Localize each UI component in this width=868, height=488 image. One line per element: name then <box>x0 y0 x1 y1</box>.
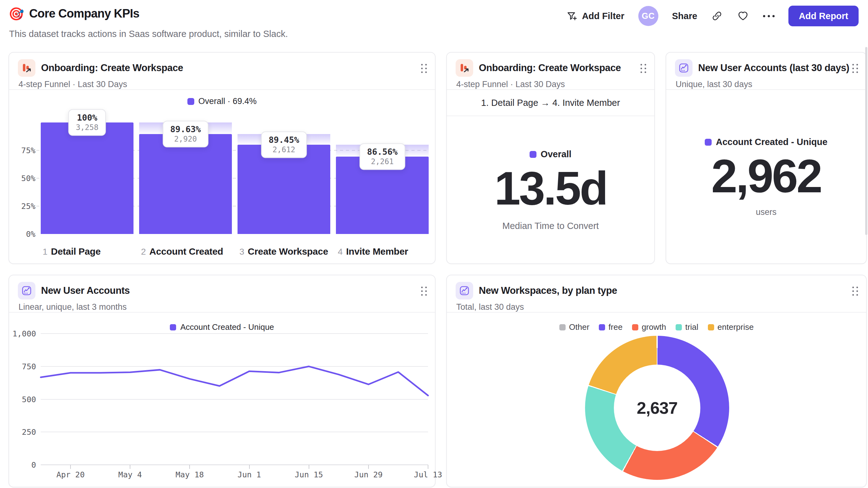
add-report-button[interactable]: Add Report <box>788 6 859 26</box>
funnel-tooltip: 86.56%2,261 <box>360 143 405 170</box>
share-button[interactable]: Share <box>672 11 698 21</box>
legend-item-enterprise[interactable]: enterprise <box>708 322 754 332</box>
card-title: Onboarding: Create Workspace <box>479 62 621 74</box>
funnel-bar[interactable] <box>238 145 330 234</box>
tooltip-count: 2,261 <box>367 157 398 166</box>
trend-line-series[interactable] <box>41 333 428 465</box>
step-name: Create Workspace <box>248 246 328 257</box>
tooltip-percent: 89.45% <box>269 135 299 144</box>
donut-hole: 2,637 <box>614 365 700 451</box>
funnel-chart-icon <box>456 59 473 77</box>
ellipsis-icon <box>763 15 775 17</box>
tooltip-percent: 86.56% <box>367 147 398 156</box>
funnel-legend[interactable]: Overall · 69.4% <box>9 96 435 106</box>
funnel-chart: 100%3,25889.63%2,92089.45%2,61286.56%2,2… <box>41 123 429 234</box>
add-filter-button[interactable]: Add Filter <box>566 10 624 22</box>
drag-handle-icon[interactable] <box>852 64 858 73</box>
card-header: Onboarding: Create Workspace 4-step Funn… <box>447 53 654 90</box>
legend-label: Other <box>569 322 589 332</box>
more-options-button[interactable] <box>763 15 775 17</box>
x-tick-label: Jun 1 <box>238 470 261 479</box>
card-median-time: Onboarding: Create Workspace 4-step Funn… <box>446 52 655 264</box>
median-body: Overall 13.5d Median Time to Convert <box>447 117 654 263</box>
line-chart-icon <box>675 59 692 77</box>
card-header: New User Accounts (last 30 days) Unique,… <box>666 53 866 90</box>
user-avatar[interactable]: GC <box>638 6 658 26</box>
median-legend[interactable]: Overall <box>530 149 571 159</box>
line-path <box>41 366 428 396</box>
link-icon <box>711 10 723 22</box>
median-value: 13.5d <box>494 164 607 213</box>
funnel-bar[interactable] <box>139 134 232 234</box>
favorite-button[interactable] <box>737 10 749 22</box>
funnel-step-label: 4Invite Member <box>338 246 408 257</box>
legend-swatch <box>599 324 605 330</box>
y-tick-label: 0% <box>26 230 35 239</box>
funnel-step-range: 1. Detail Page → 4. Invite Member <box>447 90 654 116</box>
card-workspaces-by-plan: New Workspaces, by plan type Total, last… <box>446 275 867 487</box>
trend-chart <box>41 333 428 465</box>
donut-chart: 2,637 <box>585 336 729 480</box>
legend-item-free[interactable]: free <box>599 322 623 332</box>
copy-link-button[interactable] <box>711 10 723 22</box>
line-chart-icon <box>456 282 473 299</box>
y-tick-label: 500 <box>22 395 36 404</box>
y-tick-label: 1,000 <box>12 329 36 338</box>
tooltip-percent: 89.63% <box>170 124 201 134</box>
tooltip-count: 2,612 <box>269 145 299 154</box>
trend-y-axis: 1,0007505002500 <box>9 275 38 487</box>
legend-label: free <box>609 322 623 332</box>
count-legend[interactable]: Account Created - Unique <box>705 137 827 147</box>
trend-legend[interactable]: Account Created - Unique <box>9 322 435 332</box>
y-tick-label: 750 <box>22 362 36 371</box>
target-emoji-icon: 🎯 <box>8 7 24 20</box>
card-new-user-accounts-trend: New User Accounts Linear, unique, last 3… <box>8 275 436 487</box>
tooltip-count: 2,920 <box>170 134 201 143</box>
count-value: 2,962 <box>711 152 821 201</box>
legend-item-other[interactable]: Other <box>559 322 589 332</box>
x-tick-mark <box>309 465 309 469</box>
step-name: Account Created <box>150 246 223 257</box>
x-tick-label: Jul 13 <box>414 470 442 479</box>
count-caption: users <box>756 207 776 217</box>
drag-handle-icon[interactable] <box>421 287 427 296</box>
y-tick-label: 75% <box>21 146 35 155</box>
donut-center-value: 2,637 <box>637 398 678 418</box>
legend-label: Account Created - Unique <box>180 322 274 332</box>
x-tick-mark <box>70 465 71 469</box>
drag-handle-icon[interactable] <box>421 64 427 73</box>
legend-label: enterprise <box>718 322 754 332</box>
legend-label: Overall · 69.4% <box>198 96 257 106</box>
funnel-step-label: 3Create Workspace <box>239 246 328 257</box>
tooltip-count: 3,258 <box>76 123 98 132</box>
card-subtitle: 4-step Funnel · Last 30 Days <box>19 79 426 89</box>
page-subtitle: This dataset tracks actions in Saas soft… <box>9 29 288 39</box>
card-title: New User Accounts <box>41 285 130 296</box>
drag-handle-icon[interactable] <box>852 287 858 296</box>
x-tick-label: Jun 29 <box>354 470 382 479</box>
funnel-x-axis: 1Detail Page2Account Created3Create Work… <box>41 246 429 260</box>
legend-label: growth <box>642 322 666 332</box>
drag-handle-icon[interactable] <box>641 64 646 73</box>
x-tick-label: Jun 15 <box>295 470 323 479</box>
x-tick-mark <box>189 465 190 469</box>
y-tick-label: 250 <box>22 428 36 436</box>
legend-item-growth[interactable]: growth <box>632 322 666 332</box>
page-title: Core Company KPIs <box>29 7 140 20</box>
funnel-bar[interactable] <box>41 123 133 234</box>
funnel-tooltip: 100%3,258 <box>68 109 106 136</box>
page-scrollbar[interactable] <box>865 47 867 235</box>
x-tick-mark <box>249 465 250 469</box>
legend-swatch <box>559 324 566 330</box>
filter-plus-icon <box>566 10 578 22</box>
legend-label: Account Created - Unique <box>716 137 827 147</box>
count-body: Account Created - Unique 2,962 users <box>666 91 866 263</box>
funnel-chart-icon <box>18 59 35 77</box>
step-number: 1 <box>42 247 48 257</box>
heart-icon <box>737 10 749 22</box>
card-header: Onboarding: Create Workspace 4-step Funn… <box>9 53 435 90</box>
legend-swatch <box>676 324 682 330</box>
x-tick-label: Apr 20 <box>56 470 85 479</box>
card-subtitle: Linear, unique, last 3 months <box>19 302 426 312</box>
legend-item-trial[interactable]: trial <box>676 322 699 332</box>
